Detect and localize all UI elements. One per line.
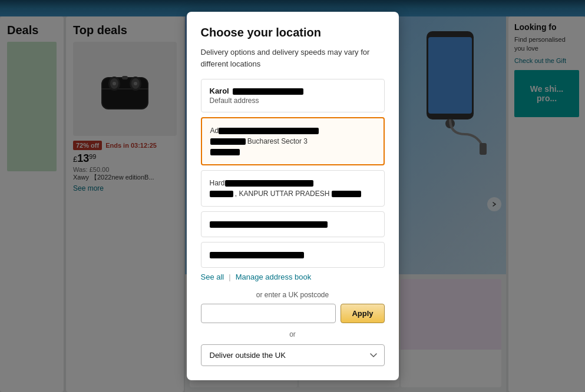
postcode-row: Apply: [201, 304, 385, 323]
modal-overlay[interactable]: Choose your location Delivery options an…: [0, 0, 585, 392]
address-card-3[interactable]: Hard , KANPUR UTTAR PRADESH: [201, 170, 385, 207]
address-line-2c: [210, 147, 375, 157]
redacted-name-1: [233, 88, 303, 95]
modal-title: Choose your location: [201, 26, 385, 39]
redacted-addr-3c: [332, 191, 361, 197]
address-line-3b: , KANPUR UTTAR PRADESH: [210, 188, 376, 199]
address-line-2b: Bucharest Sector 3: [210, 136, 375, 147]
address-line-3a: Hard: [210, 178, 376, 188]
deliver-outside-select[interactable]: Deliver outside the UK: [201, 344, 385, 366]
modal-description: Delivery options and delivery speeds may…: [201, 46, 385, 69]
address-card-4[interactable]: [201, 211, 385, 237]
redacted-addr-3b: [210, 191, 233, 197]
redacted-addr-3a: [225, 180, 313, 187]
address-links-row: See all | Manage address book: [201, 273, 385, 281]
redacted-addr-4: [210, 221, 328, 228]
apply-button[interactable]: Apply: [341, 304, 384, 323]
postcode-label: or enter a UK postcode: [201, 291, 385, 299]
address-default-label: Default address: [210, 97, 376, 105]
address-card-5[interactable]: [201, 242, 385, 268]
redacted-addr-5: [210, 252, 304, 258]
address-card-1[interactable]: Karol Default address: [201, 79, 385, 112]
postcode-input[interactable]: [201, 304, 336, 323]
divider-dot: |: [229, 273, 230, 281]
address-line-4: [210, 219, 376, 230]
address-line-2a: Ad: [210, 125, 375, 136]
see-all-link[interactable]: See all: [201, 273, 224, 281]
address-name-1: Karol: [210, 87, 376, 95]
redacted-addr-2b: [210, 138, 246, 145]
redacted-addr-2c: [210, 149, 240, 155]
manage-address-link[interactable]: Manage address book: [236, 273, 312, 281]
address-line-5: [210, 250, 376, 260]
redacted-addr-2a: [219, 128, 319, 134]
address-card-2[interactable]: Ad Bucharest Sector 3: [201, 117, 385, 165]
location-modal: Choose your location Delivery options an…: [187, 12, 399, 380]
or-divider: or: [201, 330, 385, 338]
